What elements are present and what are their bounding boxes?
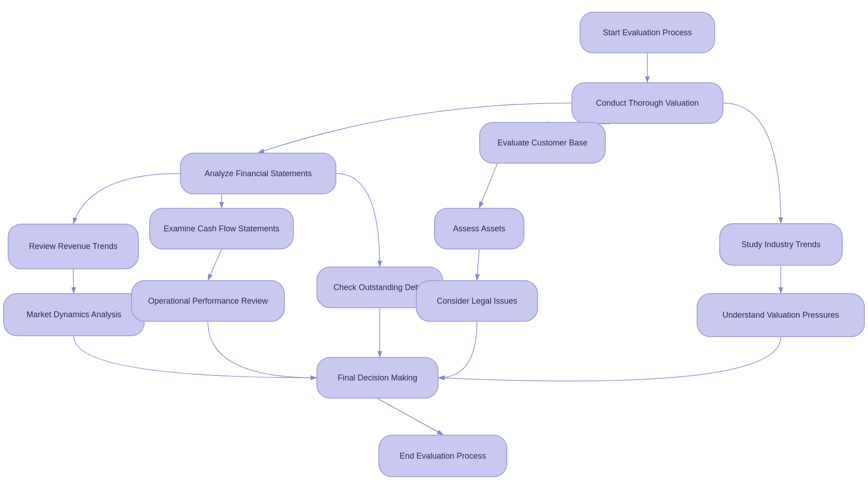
node-market_dynamics[interactable]: Market Dynamics Analysis bbox=[3, 293, 145, 336]
node-analyze[interactable]: Analyze Financial Statements bbox=[180, 153, 336, 194]
node-label-market_dynamics: Market Dynamics Analysis bbox=[26, 310, 121, 319]
node-label-study_industry: Study Industry Trends bbox=[741, 240, 821, 249]
node-label-final_decision: Final Decision Making bbox=[338, 373, 417, 383]
node-operational[interactable]: Operational Performance Review bbox=[131, 280, 285, 322]
node-label-conduct: Conduct Thorough Valuation bbox=[596, 99, 699, 108]
svg-line-4 bbox=[479, 164, 497, 208]
node-label-analyze: Analyze Financial Statements bbox=[204, 169, 311, 178]
svg-line-10 bbox=[377, 399, 443, 435]
node-label-examine_cash: Examine Cash Flow Statements bbox=[164, 224, 279, 234]
node-label-check_debts: Check Outstanding Debts bbox=[333, 283, 426, 292]
svg-line-6 bbox=[208, 249, 222, 280]
node-consider_legal[interactable]: Consider Legal Issues bbox=[416, 280, 538, 322]
node-label-evaluate_customer: Evaluate Customer Base bbox=[497, 138, 587, 148]
node-label-operational: Operational Performance Review bbox=[148, 296, 268, 306]
node-label-review_revenue: Review Revenue Trends bbox=[29, 242, 118, 251]
node-examine_cash[interactable]: Examine Cash Flow Statements bbox=[149, 208, 294, 249]
node-assess_assets[interactable]: Assess Assets bbox=[434, 208, 524, 249]
node-conduct[interactable]: Conduct Thorough Valuation bbox=[571, 82, 723, 124]
svg-line-7 bbox=[477, 249, 479, 280]
node-review_revenue[interactable]: Review Revenue Trends bbox=[8, 224, 139, 269]
node-end[interactable]: End Evaluation Process bbox=[378, 435, 507, 477]
node-label-consider_legal: Consider Legal Issues bbox=[437, 296, 517, 306]
node-study_industry[interactable]: Study Industry Trends bbox=[719, 223, 843, 266]
node-start[interactable]: Start Evaluation Process bbox=[580, 12, 715, 53]
node-final_decision[interactable]: Final Decision Making bbox=[316, 357, 439, 399]
node-understand_val[interactable]: Understand Valuation Pressures bbox=[697, 293, 865, 337]
svg-line-5 bbox=[73, 269, 74, 293]
diagram-container: Start Evaluation ProcessConduct Thorough… bbox=[0, 0, 868, 488]
node-label-understand_val: Understand Valuation Pressures bbox=[722, 310, 839, 320]
node-label-start: Start Evaluation Process bbox=[603, 28, 692, 38]
node-label-assess_assets: Assess Assets bbox=[453, 224, 505, 234]
node-evaluate_customer[interactable]: Evaluate Customer Base bbox=[479, 122, 606, 164]
node-label-end: End Evaluation Process bbox=[400, 451, 486, 461]
